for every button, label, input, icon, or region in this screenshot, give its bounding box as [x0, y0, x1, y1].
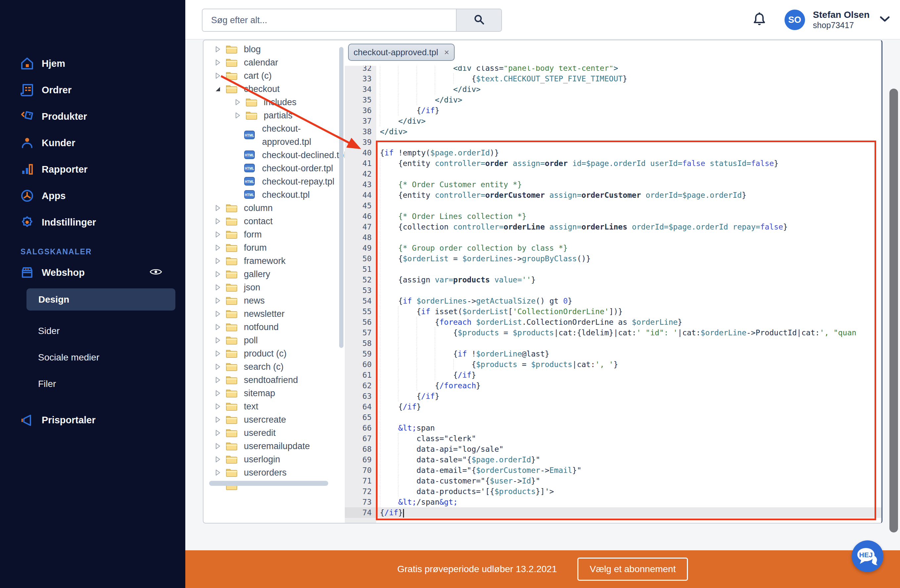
- search-input[interactable]: [203, 9, 456, 31]
- expand-arrow-icon[interactable]: [214, 204, 221, 212]
- sidebar-item-hjem[interactable]: Hjem: [0, 53, 185, 74]
- code-line-69[interactable]: data-sale="{$page.orderId}": [380, 454, 540, 465]
- code-line-50[interactable]: {$orderList = $orderLines->groupByClass(…: [380, 253, 591, 264]
- expand-arrow-icon[interactable]: [214, 350, 221, 357]
- tree-item-partials[interactable]: partials: [203, 109, 345, 122]
- tree-item-includes[interactable]: includes: [203, 96, 345, 109]
- tree-item-notfound[interactable]: notfound: [203, 320, 345, 334]
- tree-item-cartc[interactable]: cart (c): [203, 69, 345, 82]
- tree-horizontal-scrollbar[interactable]: [209, 481, 328, 486]
- expand-arrow-icon[interactable]: [214, 46, 221, 53]
- code-line-72[interactable]: data-products='[{$products}]'>: [380, 486, 554, 497]
- tree-item-userlogin[interactable]: userlogin: [203, 453, 345, 466]
- code-line-58[interactable]: [380, 338, 453, 348]
- tree-item-checkout[interactable]: checkout: [203, 82, 345, 96]
- code-line-49[interactable]: {* Group order collection by class *}: [380, 243, 568, 253]
- tree-item-poll[interactable]: poll: [203, 334, 345, 347]
- expand-arrow-icon[interactable]: [214, 310, 221, 317]
- sidebar-item-produkter[interactable]: Produkter: [0, 106, 185, 127]
- code-line-43[interactable]: {* Order Customer entity *}: [380, 179, 522, 190]
- code-line-64[interactable]: {/if}: [380, 401, 421, 412]
- expand-arrow-icon[interactable]: [214, 469, 221, 476]
- tree-item-checkout-declined.tpl[interactable]: HTMLcheckout-declined.tpl: [203, 149, 345, 162]
- chevron-down-icon[interactable]: [880, 16, 890, 24]
- eye-icon[interactable]: [150, 268, 162, 277]
- tree-item-column[interactable]: column: [203, 201, 345, 215]
- code-line-56[interactable]: {foreach $orderList.CollectionOrderLine …: [380, 317, 682, 327]
- code-line-42[interactable]: [380, 169, 398, 179]
- expand-arrow-icon[interactable]: [214, 231, 221, 238]
- tree-item-sendtoafriend[interactable]: sendtoafriend: [203, 373, 345, 387]
- code-line-57[interactable]: {$products = $products|cat:{ldelim}|cat:…: [380, 327, 856, 338]
- code-line-54[interactable]: {if $orderLines->getActualSize() gt 0}: [380, 296, 573, 306]
- expand-arrow-icon[interactable]: [214, 390, 221, 397]
- tree-item-forum[interactable]: forum: [203, 241, 345, 254]
- expand-arrow-icon[interactable]: [234, 99, 241, 106]
- code-line-48[interactable]: [380, 232, 398, 243]
- expand-arrow-icon[interactable]: [214, 59, 221, 66]
- sidebar-subitem-sider[interactable]: Sider: [38, 326, 60, 336]
- tree-item-useredit[interactable]: useredit: [203, 426, 345, 439]
- code-line-65[interactable]: [380, 412, 398, 422]
- code-line-68[interactable]: data-api="log/sale": [380, 444, 504, 454]
- code-line-34[interactable]: </div>: [380, 84, 481, 94]
- tree-item-form[interactable]: form: [203, 228, 345, 241]
- tree-item-useremailupdate[interactable]: useremailupdate: [203, 439, 345, 453]
- code-line-45[interactable]: [380, 200, 398, 211]
- code-line-52[interactable]: {assign var=products value=''}: [380, 274, 536, 285]
- code-line-36[interactable]: {/if}: [380, 105, 439, 116]
- code-line-40[interactable]: {if !empty($page.orderId)}: [380, 147, 499, 158]
- sidebar-subitem-sociale-medier[interactable]: Sociale medier: [38, 352, 99, 363]
- tree-item-json[interactable]: json: [203, 281, 345, 294]
- expand-arrow-icon[interactable]: [214, 271, 221, 278]
- sidebar-item-indstillinger[interactable]: Indstillinger: [0, 212, 185, 233]
- notifications-bell-icon[interactable]: [753, 12, 766, 28]
- code-line-61[interactable]: {/if}: [380, 370, 476, 380]
- expand-arrow-icon[interactable]: [214, 257, 221, 265]
- chat-widget-button[interactable]: HEJ: [852, 540, 883, 572]
- expand-arrow-icon[interactable]: [214, 363, 221, 370]
- code-line-74[interactable]: {/if}: [380, 507, 404, 518]
- code-editor[interactable]: <div class="panel-body text-center"> {$t…: [376, 66, 882, 523]
- expand-arrow-icon[interactable]: [214, 456, 221, 463]
- sidebar-subitem-filer[interactable]: Filer: [38, 379, 56, 389]
- expand-arrow-icon[interactable]: [214, 244, 221, 251]
- code-line-35[interactable]: </div>: [380, 94, 462, 105]
- sidebar-item-rapporter[interactable]: Rapporter: [0, 159, 185, 180]
- code-line-32[interactable]: <div class="panel-body text-center">: [380, 66, 618, 73]
- tree-item-checkout.tpl[interactable]: HTMLcheckout.tpl: [203, 188, 345, 201]
- expand-arrow-icon[interactable]: [234, 112, 241, 119]
- code-line-41[interactable]: {entity controller=order assign=order id…: [380, 158, 779, 169]
- code-line-47[interactable]: {collection controller=orderLine assign=…: [380, 221, 788, 232]
- expand-arrow-icon[interactable]: [214, 429, 221, 436]
- code-line-67[interactable]: class="clerk": [380, 433, 476, 444]
- tree-item-calendar[interactable]: calendar: [203, 56, 345, 69]
- expand-arrow-icon[interactable]: [214, 297, 221, 304]
- code-line-53[interactable]: [380, 285, 398, 296]
- expand-arrow-icon[interactable]: [214, 416, 221, 423]
- tree-item-blog[interactable]: blog: [203, 43, 345, 56]
- code-line-60[interactable]: {$products = $products|cat:', '}: [380, 359, 618, 370]
- tree-item-searchc[interactable]: search (c): [203, 360, 345, 373]
- expand-arrow-icon[interactable]: [214, 323, 221, 331]
- expand-arrow-icon[interactable]: [214, 284, 221, 291]
- sidebar-subitem-design-selected[interactable]: Design: [26, 288, 175, 311]
- code-line-71[interactable]: data-customer="{$user->Id}": [380, 475, 540, 486]
- tree-item-productc[interactable]: product (c): [203, 347, 345, 360]
- code-line-51[interactable]: [380, 264, 398, 274]
- tree-item-framework[interactable]: framework: [203, 254, 345, 268]
- code-line-46[interactable]: {* Order Lines collection *}: [380, 211, 526, 221]
- code-line-59[interactable]: {if !$orderLine@last}: [380, 348, 549, 359]
- tree-item-userorders[interactable]: userorders: [203, 466, 345, 479]
- code-line-66[interactable]: &lt;span: [380, 422, 435, 433]
- sidebar-item-apps[interactable]: Apps: [0, 185, 185, 206]
- code-line-63[interactable]: {/if}: [380, 391, 439, 401]
- expand-arrow-icon[interactable]: [214, 443, 221, 450]
- sidebar-item-kunder[interactable]: Kunder: [0, 132, 185, 153]
- tree-vertical-scrollbar[interactable]: [339, 47, 343, 348]
- editor-tab-checkout-approved[interactable]: checkout-approved.tpl ×: [348, 44, 455, 61]
- code-line-33[interactable]: {$text.CHECKOUT_STEP_FIVE_TIMEOUT}: [380, 73, 627, 84]
- tree-item-contact[interactable]: contact: [203, 215, 345, 228]
- sidebar-item-prisportaler[interactable]: Prisportaler: [0, 409, 185, 430]
- tree-item-checkout-approved.tpl[interactable]: HTMLcheckout-approved.tpl: [203, 122, 345, 149]
